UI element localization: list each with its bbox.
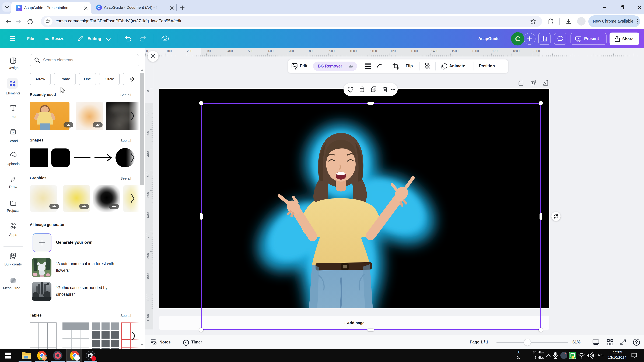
svg-text:co: co — [12, 131, 14, 134]
